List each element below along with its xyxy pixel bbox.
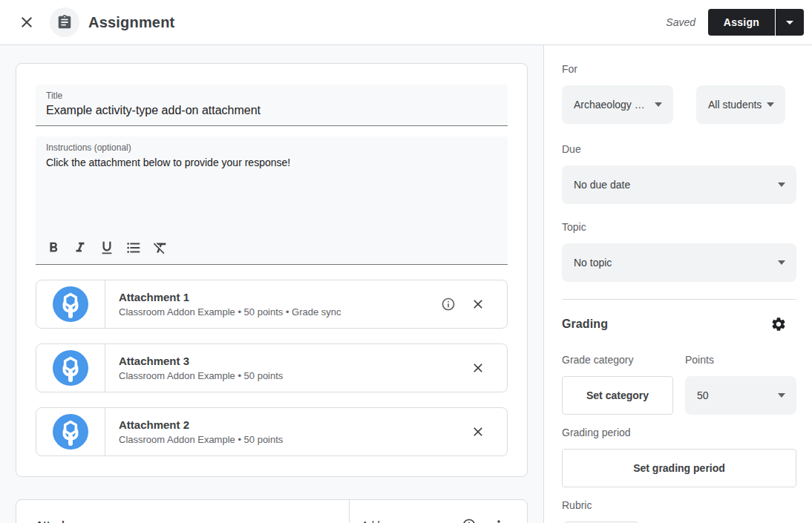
attachment-meta: Classroom Addon Example • 50 points <box>119 434 463 445</box>
save-status: Saved <box>666 16 695 28</box>
instructions-input[interactable]: Instructions (optional) Click the attach… <box>36 136 508 265</box>
instructions-label: Instructions (optional) <box>46 142 497 153</box>
gear-icon <box>770 316 787 332</box>
close-icon <box>471 424 485 439</box>
italic-button[interactable] <box>67 236 94 260</box>
close-icon <box>471 297 485 312</box>
topic-select-value: No topic <box>574 257 612 269</box>
info-icon <box>462 518 477 523</box>
bulleted-list-button[interactable] <box>120 236 147 260</box>
attach-label: Attach <box>36 519 68 523</box>
attachment-card: Attachment 3 Classroom Addon Example • 5… <box>36 343 508 392</box>
addons-info-button[interactable] <box>454 510 484 523</box>
instructions-value: Click the attachment below to provide yo… <box>46 157 497 177</box>
assignment-type-badge <box>50 7 79 37</box>
due-date-select[interactable]: No due date <box>562 165 796 204</box>
underline-button[interactable] <box>94 236 120 260</box>
info-icon <box>441 297 456 312</box>
attach-bar: Attach Add-ons <box>16 499 528 523</box>
attachment-logo-cell <box>36 280 105 328</box>
grading-settings-button[interactable] <box>770 315 788 333</box>
bulleted-list-icon <box>125 240 142 256</box>
remove-attachment-button[interactable] <box>463 417 493 447</box>
page-title: Assignment <box>88 14 174 31</box>
grading-period-label: Grading period <box>562 427 796 438</box>
assign-split-button: Assign <box>708 9 804 36</box>
points-select[interactable]: 50 <box>685 376 796 415</box>
attachment-meta: Classroom Addon Example • 50 points • Gr… <box>119 306 433 318</box>
topic-label: Topic <box>562 221 796 233</box>
remove-attachment-button[interactable] <box>463 353 493 383</box>
addons-label: Add-ons <box>361 519 400 523</box>
points-label: Points <box>685 354 796 366</box>
set-category-button[interactable]: Set category <box>562 376 673 415</box>
title-value: Example activity-type add-on attachment <box>46 104 497 125</box>
topic-select[interactable]: No topic <box>562 243 796 282</box>
attachment-title: Attachment 2 <box>119 418 463 431</box>
remove-attachment-button[interactable] <box>463 289 493 319</box>
grade-category-label: Grade category <box>562 354 673 366</box>
arrow-drop-down-icon <box>786 21 793 24</box>
addon-logo-icon <box>53 286 88 322</box>
due-label: Due <box>562 143 796 155</box>
attachment-meta: Classroom Addon Example • 50 points <box>119 370 463 381</box>
underline-icon <box>99 240 115 256</box>
top-bar: Assignment Saved Assign <box>0 0 812 45</box>
assignment-settings-panel: For Archaeology … All students Due No du… <box>544 45 812 523</box>
assign-options-button[interactable] <box>775 9 804 36</box>
arrow-drop-down-icon <box>778 260 785 265</box>
for-label: For <box>562 63 796 75</box>
close-icon <box>471 361 485 375</box>
assign-button[interactable]: Assign <box>708 9 775 36</box>
close-button[interactable] <box>12 7 42 37</box>
close-icon <box>18 13 36 31</box>
course-select[interactable]: Archaeology … <box>562 85 673 124</box>
assignment-icon <box>56 14 73 30</box>
bold-icon <box>45 240 62 256</box>
addons-more-button[interactable] <box>484 510 514 523</box>
attachment-info-button[interactable] <box>433 289 463 319</box>
grading-heading: Grading <box>562 318 608 331</box>
title-label: Title <box>46 91 497 101</box>
arrow-drop-down-icon <box>655 102 662 107</box>
formatting-toolbar <box>40 236 174 260</box>
course-select-value: Archaeology … <box>574 99 645 111</box>
bold-button[interactable] <box>40 236 67 260</box>
attachment-logo-cell <box>36 408 105 455</box>
clear-formatting-icon <box>152 240 168 256</box>
arrow-drop-down-icon <box>778 182 785 187</box>
sidebar-divider <box>562 299 796 300</box>
students-select-value: All students <box>708 99 762 111</box>
arrow-drop-down-icon <box>778 393 785 398</box>
assignment-form-card: Title Example activity-type add-on attac… <box>16 63 528 477</box>
attachment-logo-cell <box>36 344 105 392</box>
attachment-title: Attachment 3 <box>119 355 463 367</box>
addon-logo-icon <box>53 350 88 386</box>
addons-section: Add-ons <box>350 500 527 523</box>
attachment-card: Attachment 2 Classroom Addon Example • 5… <box>36 407 508 456</box>
assignment-editor-panel: Title Example activity-type add-on attac… <box>0 45 544 523</box>
arrow-drop-down-icon <box>767 102 774 107</box>
attachment-title: Attachment 1 <box>119 291 433 303</box>
attach-section: Attach <box>16 500 350 523</box>
attachment-card: Attachment 1 Classroom Addon Example • 5… <box>36 280 508 329</box>
italic-icon <box>72 240 88 256</box>
title-input[interactable]: Title Example activity-type add-on attac… <box>36 85 508 126</box>
rubric-label: Rubric <box>562 499 796 511</box>
students-select[interactable]: All students <box>696 85 785 124</box>
addon-logo-icon <box>53 414 88 450</box>
set-grading-period-button[interactable]: Set grading period <box>562 449 796 487</box>
more-vert-icon <box>491 518 506 523</box>
clear-formatting-button[interactable] <box>147 236 174 260</box>
points-value: 50 <box>697 389 709 401</box>
due-date-value: No due date <box>574 179 630 191</box>
